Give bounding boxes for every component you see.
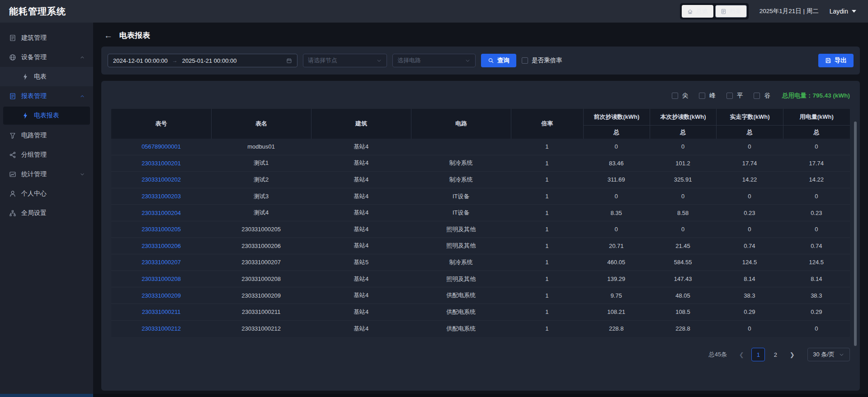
chevron-down-icon xyxy=(839,352,844,358)
sidebar-item-report[interactable]: 报表管理 xyxy=(0,86,93,106)
table-cell: 124.5 xyxy=(716,254,783,271)
peak-checkbox[interactable] xyxy=(672,93,678,99)
page-size-select[interactable]: 30 条/页 xyxy=(807,348,850,361)
back-arrow-icon[interactable]: ← xyxy=(104,31,113,40)
meter-number-link[interactable]: 230331000207 xyxy=(111,254,211,271)
meter-number-link[interactable]: 230331000204 xyxy=(111,205,211,221)
app-title: 能耗管理系统 xyxy=(9,5,66,18)
meter-number-link[interactable]: 230331000202 xyxy=(111,172,211,188)
column-subheader: 总 xyxy=(650,126,716,139)
sidebar-item-label: 分组管理 xyxy=(21,151,47,159)
sidebar-item-label: 个人中心 xyxy=(21,190,47,198)
pagination-pages: 12 xyxy=(751,348,782,361)
table-row: 230331000208230331000208基站4照明及其他1139.291… xyxy=(111,271,850,288)
peak-checkbox-row-1[interactable]: 峰 xyxy=(699,92,716,100)
table-cell: 0.23 xyxy=(716,205,783,221)
table-cell: 14.22 xyxy=(783,172,850,188)
multiply-rate-checkbox-row[interactable]: 是否乘倍率 xyxy=(522,56,562,65)
horizontal-scrollbar-track[interactable] xyxy=(0,394,868,397)
meter-number-link[interactable]: 230331000203 xyxy=(111,188,211,205)
date-start-value[interactable]: 2024-12-01 00:00:00 xyxy=(113,57,168,64)
topbar-nav-overview[interactable]: 总览 xyxy=(682,5,713,18)
table-cell: 0 xyxy=(716,321,783,337)
table-cell: 9.75 xyxy=(583,287,650,304)
page-head: ← 电表报表 xyxy=(104,29,860,41)
meter-number-link[interactable]: 056789000001 xyxy=(111,139,211,155)
table-cell: 1 xyxy=(511,304,583,320)
chevron-down-icon xyxy=(465,58,471,64)
peak-checkbox[interactable] xyxy=(726,93,733,99)
peak-checkbox[interactable] xyxy=(699,93,705,99)
sidebar-item-building[interactable]: 建筑管理 xyxy=(0,28,93,47)
horizontal-scrollbar-thumb[interactable] xyxy=(0,394,93,397)
table-cell: 38.3 xyxy=(783,287,850,304)
filter-panel: 2024-12-01 00:00:00 → 2025-01-21 00:00:0… xyxy=(101,47,860,75)
vertical-scrollbar[interactable] xyxy=(854,121,857,346)
column-header: 前次抄读数(kWh) xyxy=(584,109,650,126)
meter-number-link[interactable]: 230331000212 xyxy=(111,321,211,337)
sidebar-item-label: 电表报表 xyxy=(34,112,59,120)
table-cell: 制冷系统 xyxy=(411,254,511,271)
next-page-icon[interactable]: ❯ xyxy=(786,348,798,361)
sidebar-item-profile[interactable]: 个人中心 xyxy=(0,184,93,203)
table-cell: 230331000209 xyxy=(211,287,311,304)
meter-number-link[interactable]: 230331000208 xyxy=(111,271,211,287)
user-menu[interactable]: Laydin xyxy=(830,8,856,15)
chevron-up-icon xyxy=(80,93,85,99)
table-cell: 基站4 xyxy=(311,188,411,205)
table-cell: 230331000207 xyxy=(211,254,311,271)
chevron-down-icon xyxy=(376,58,382,64)
peak-checkbox-row-0[interactable]: 尖 xyxy=(672,92,689,100)
sidebar-item-label: 建筑管理 xyxy=(21,34,47,42)
table-cell: 0 xyxy=(583,139,650,155)
meter-icon xyxy=(22,73,29,80)
peak-checkbox-row-2[interactable]: 平 xyxy=(726,92,743,100)
search-icon xyxy=(488,57,494,64)
page-number-1[interactable]: 1 xyxy=(751,348,765,361)
table-row: 230331000211230331000211基站4供配电系统1108.211… xyxy=(111,304,850,321)
report-panel: 尖峰平谷 总用电量：795.43 (kWh) 表号表名建筑电路倍率前次抄读数(k… xyxy=(101,81,860,391)
date-range-picker[interactable]: 2024-12-01 00:00:00 → 2025-01-21 00:00:0… xyxy=(108,54,297,67)
peak-checkbox-row-3[interactable]: 谷 xyxy=(754,92,770,100)
circuit-select[interactable]: 选择电路 xyxy=(392,54,476,67)
meter-number-link[interactable]: 230331000205 xyxy=(111,221,211,238)
prev-page-icon[interactable]: ❮ xyxy=(735,348,748,361)
sidebar-item-settings[interactable]: 全局设置 xyxy=(0,203,93,223)
multiply-rate-checkbox[interactable] xyxy=(522,57,528,64)
topbar-nav-archive[interactable]: 档案 xyxy=(715,5,747,18)
search-button[interactable]: 查询 xyxy=(481,54,516,67)
table-cell: 228.8 xyxy=(583,321,650,337)
sidebar-item-meter[interactable]: 电表 xyxy=(0,67,93,86)
export-button[interactable]: 导出 xyxy=(818,54,854,67)
table-cell: 0 xyxy=(783,321,850,337)
sidebar-item-stats[interactable]: 统计管理 xyxy=(0,164,93,184)
date-end-value[interactable]: 2025-01-21 00:00:00 xyxy=(182,57,237,64)
sidebar-item-circuit[interactable]: 电路管理 xyxy=(0,126,93,145)
node-select[interactable]: 请选择节点 xyxy=(303,54,387,67)
column-subheader: 总 xyxy=(717,126,783,139)
sidebar-item-meter-report[interactable]: 电表报表 xyxy=(3,107,90,125)
table-cell: 325.91 xyxy=(650,172,716,188)
table-cell: 48.05 xyxy=(650,287,716,304)
meter-number-link[interactable]: 230331000209 xyxy=(111,287,211,304)
meter-number-link[interactable]: 230331000206 xyxy=(111,238,211,254)
sidebar-item-label: 统计管理 xyxy=(21,170,47,178)
table-cell: 1 xyxy=(511,321,583,337)
settings-icon xyxy=(9,210,16,217)
meter-number-link[interactable]: 230331000211 xyxy=(111,304,211,320)
peak-checkbox[interactable] xyxy=(754,93,760,99)
table-cell: 584.55 xyxy=(650,254,716,271)
table-cell: 230331000212 xyxy=(211,321,311,337)
table-cell: 17.74 xyxy=(783,155,850,172)
table-cell: 1 xyxy=(511,271,583,287)
table-cell: 基站4 xyxy=(311,238,411,254)
table-cell: 230331000206 xyxy=(211,238,311,254)
page-number-2[interactable]: 2 xyxy=(769,348,782,361)
column-header: 倍率 xyxy=(511,109,583,139)
table-cell: 供配电系统 xyxy=(411,304,511,320)
sidebar-item-devices[interactable]: 设备管理 xyxy=(0,47,93,67)
page-title: 电表报表 xyxy=(119,30,150,41)
meter-number-link[interactable]: 230331000201 xyxy=(111,155,211,172)
table-cell: 1 xyxy=(511,287,583,304)
sidebar-item-group[interactable]: 分组管理 xyxy=(0,145,93,164)
